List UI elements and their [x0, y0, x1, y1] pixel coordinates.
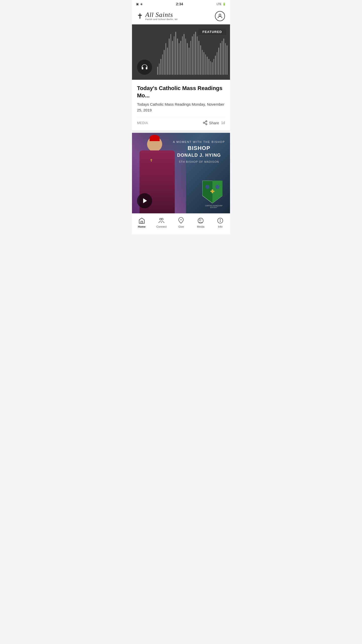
video-thumbnail: ✝ A MOMENT WITH THE BISHOP BISHOPDONALD …: [132, 133, 230, 213]
waveform-bar: [162, 54, 163, 75]
svg-line-1: [205, 123, 206, 124]
nav-connect[interactable]: Connect: [154, 216, 169, 229]
waveform-bar: [165, 43, 166, 75]
article-title: Today's Catholic Mass Readings Mo...: [137, 85, 225, 99]
waveform-bar: [169, 38, 170, 75]
profile-button[interactable]: [215, 11, 225, 21]
connect-icon: [158, 217, 165, 224]
crest-area: CARITAS NUMQUAM EXCIDIT: [202, 181, 225, 206]
article-meta-right: Share 1d: [203, 120, 225, 125]
section-divider: [132, 130, 230, 133]
waveform-bar: [220, 43, 221, 75]
motto-text: CARITAS NUMQUAM EXCIDIT: [202, 205, 225, 208]
waveform-bar: [197, 36, 198, 75]
waveform-bar: [207, 57, 208, 75]
connect-label: Connect: [156, 225, 167, 228]
logo-sub: Parish and School Berlin, WI: [145, 18, 178, 21]
nav-home[interactable]: Home: [134, 216, 149, 229]
waveform-bar: [223, 38, 224, 75]
waveform-bar: [170, 34, 171, 75]
waveform-bar: [217, 52, 218, 75]
featured-section: FEATURED: [132, 24, 230, 80]
home-icon: [138, 217, 145, 224]
waveform-bar: [195, 32, 196, 75]
logo-area: ✝ All Saints Parish and School Berlin, W…: [137, 12, 178, 21]
waveform-bar: [184, 34, 185, 75]
wifi-icon: ◈: [140, 2, 143, 6]
media-icon: [197, 217, 204, 224]
svg-point-0: [219, 14, 221, 16]
waveform-bar: [208, 59, 209, 75]
header: ✝ All Saints Parish and School Berlin, W…: [132, 8, 230, 24]
waveform-bar: [157, 67, 158, 75]
waveform-bar: [189, 48, 190, 75]
give-icon: [177, 217, 185, 224]
waveform-bar: [212, 62, 213, 75]
waveform-bar: [179, 43, 180, 75]
lte-icon: LTE: [217, 3, 221, 6]
video-text-overlay: A MOMENT WITH THE BISHOP BISHOPDONALD J.…: [173, 140, 225, 163]
waveform-bar: [194, 34, 195, 75]
waveform-bar: [225, 43, 226, 75]
waveform-bar: [190, 41, 191, 75]
waveform-bar: [167, 48, 168, 75]
waveform-bar: [202, 50, 203, 75]
svg-point-9: [160, 218, 161, 220]
svg-marker-7: [143, 198, 147, 203]
media-label: Media: [197, 225, 204, 228]
status-bar: ▣ ◈ 2:34 LTE 🔋: [132, 0, 230, 8]
play-button[interactable]: [137, 193, 152, 208]
waveform-bar: [218, 48, 219, 75]
waveform-bar: [164, 50, 165, 75]
waveform-bar: [205, 54, 206, 75]
svg-rect-8: [141, 221, 143, 223]
logo-text: All Saints Parish and School Berlin, WI: [145, 12, 178, 21]
waveform-bar: [185, 38, 186, 75]
home-label: Home: [138, 225, 146, 228]
article-category: MEDIA: [137, 121, 148, 125]
svg-point-4: [215, 185, 219, 189]
svg-point-15: [220, 219, 220, 220]
headphones-button[interactable]: [137, 60, 152, 75]
waveform-bar: [210, 61, 211, 75]
svg-point-10: [161, 218, 163, 220]
article-time-ago: 1d: [221, 121, 225, 125]
waveform-bar: [213, 59, 214, 75]
battery-icon: 🔋: [222, 3, 226, 6]
article-subtitle: Todays Catholic Mass Readings Monday, No…: [137, 102, 225, 113]
svg-point-3: [205, 185, 209, 189]
waveform-bar: [227, 45, 228, 75]
waveform-bar: [160, 59, 161, 75]
article-meta: MEDIA Share 1d: [137, 117, 225, 125]
share-label: Share: [209, 121, 219, 125]
nav-give[interactable]: Give: [173, 216, 189, 229]
status-right-icons: LTE 🔋: [217, 3, 226, 6]
nav-media[interactable]: Media: [193, 216, 208, 229]
waveform-bar: [177, 38, 178, 75]
share-button[interactable]: Share: [203, 120, 219, 125]
info-label: Info: [218, 225, 222, 228]
info-icon: [217, 217, 224, 224]
waveform-bar: [200, 45, 201, 75]
waveform-bar: [222, 41, 223, 75]
moment-text: A MOMENT WITH THE BISHOP: [173, 140, 225, 143]
give-label: Give: [178, 225, 184, 228]
waveform-bar: [175, 32, 176, 75]
waveform-bar: [198, 41, 199, 75]
waveform-bar: [215, 56, 216, 75]
svg-point-12: [198, 218, 203, 223]
video-section: ✝ A MOMENT WITH THE BISHOP BISHOPDONALD …: [132, 133, 230, 213]
cross-icon: ✝: [137, 12, 143, 20]
waveform-bar: [174, 36, 175, 75]
svg-line-2: [205, 122, 206, 123]
waveform-bar: [180, 41, 181, 75]
logo-main: All Saints: [145, 12, 178, 18]
featured-badge: FEATURED: [198, 28, 226, 35]
bishop-title: 5TH BISHOP OF MADISON: [173, 160, 225, 163]
waveform-bar: [203, 52, 204, 75]
nav-info[interactable]: Info: [213, 216, 228, 229]
article-section: Today's Catholic Mass Readings Mo... Tod…: [132, 80, 230, 130]
waveform-bar: [159, 63, 160, 75]
waveform-bar: [182, 36, 183, 75]
bottom-nav: Home Connect Give Media I: [132, 213, 230, 234]
